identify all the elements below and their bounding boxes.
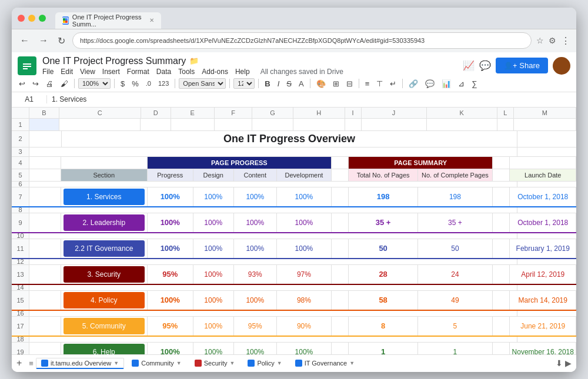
spreadsheet-content[interactable]: B C D E F G H I J K L M 1 xyxy=(12,108,576,354)
cell-c1[interactable] xyxy=(59,119,141,130)
share-button[interactable]: 👤+ Share xyxy=(496,58,548,73)
font-select[interactable]: Open Sans xyxy=(179,78,226,89)
tab-governance[interactable]: IT Governance ▼ xyxy=(290,358,360,368)
section-policy[interactable]: 4. Policy xyxy=(61,291,148,310)
cell-l7[interactable] xyxy=(493,187,510,206)
undo-button[interactable]: ↩ xyxy=(16,78,28,89)
section-leadership[interactable]: 2. Leadership xyxy=(61,213,148,232)
cell-b13[interactable] xyxy=(29,265,61,284)
cell-row18[interactable] xyxy=(29,337,517,342)
menu-file[interactable]: File xyxy=(42,68,54,76)
cell-b2[interactable] xyxy=(29,131,62,147)
strikethrough-button[interactable]: S xyxy=(284,78,294,89)
cell-b11[interactable] xyxy=(29,239,61,258)
comments-icon[interactable]: 💬 xyxy=(479,60,491,71)
fill-color-button[interactable]: 🎨 xyxy=(314,78,328,89)
cell-d1[interactable] xyxy=(141,119,171,130)
cell-i7[interactable] xyxy=(332,187,349,206)
tab-dropdown-icon-3[interactable]: ▼ xyxy=(277,360,282,366)
cell-l4[interactable] xyxy=(493,157,510,169)
tab-dropdown-icon-1[interactable]: ▼ xyxy=(176,360,182,366)
address-bar[interactable]: https://docs.google.com/spreadsheets/d/1… xyxy=(72,32,532,49)
section-security[interactable]: 3. Security xyxy=(61,265,148,284)
borders-button[interactable]: ⊞ xyxy=(330,78,342,89)
menu-view[interactable]: View xyxy=(80,68,95,76)
bookmark-icon[interactable]: ☆ xyxy=(536,36,544,45)
cell-i13[interactable] xyxy=(332,265,349,284)
paint-format-button[interactable]: 🖌 xyxy=(58,78,71,89)
refresh-button[interactable]: ↻ xyxy=(55,33,68,49)
sheets-nav-next[interactable]: ▶ xyxy=(565,358,572,368)
text-color-button[interactable]: A xyxy=(296,78,306,89)
cell-i15[interactable] xyxy=(332,291,349,310)
section-community[interactable]: 5. Community xyxy=(61,317,148,336)
tab-overview[interactable]: it.tamu.edu Overview ▼ xyxy=(36,358,124,369)
cell-b19[interactable] xyxy=(29,343,61,354)
tab-dropdown-icon-4[interactable]: ▼ xyxy=(349,360,355,366)
functions-button[interactable]: ∑ xyxy=(469,78,479,89)
print-button[interactable]: 🖨 xyxy=(44,78,56,89)
section-help[interactable]: 6. Help xyxy=(61,343,148,354)
cell-b4[interactable] xyxy=(29,157,61,169)
menu-format[interactable]: Format xyxy=(127,68,149,76)
font-size-select[interactable]: 12 xyxy=(233,78,255,89)
cell-j1[interactable] xyxy=(362,119,427,130)
cell-i11[interactable] xyxy=(332,239,349,258)
cell-row8[interactable] xyxy=(29,207,517,213)
user-avatar[interactable] xyxy=(553,57,570,75)
menu-icon[interactable]: ⋮ xyxy=(561,35,570,46)
tab-policy[interactable]: Policy ▼ xyxy=(242,358,287,368)
cell-b5[interactable] xyxy=(29,169,61,181)
cell-i19[interactable] xyxy=(332,343,349,354)
cell-row6[interactable] xyxy=(29,182,517,187)
cell-f1[interactable] xyxy=(215,119,253,130)
decimal-less-button[interactable]: 123 xyxy=(156,79,171,88)
cell-m4[interactable] xyxy=(510,157,576,169)
zoom-select[interactable]: 100% xyxy=(78,78,111,89)
bold-button[interactable]: B xyxy=(262,78,272,89)
forward-button[interactable]: → xyxy=(36,33,51,48)
cell-b7[interactable] xyxy=(29,187,61,206)
menu-insert[interactable]: Insert xyxy=(102,68,120,76)
cell-l19[interactable] xyxy=(493,343,510,354)
decimal-more-button[interactable]: .0 xyxy=(143,79,153,88)
cell-b9[interactable] xyxy=(29,213,61,232)
menu-help[interactable]: Help xyxy=(235,68,250,76)
tab-close-icon[interactable]: ✕ xyxy=(149,17,154,24)
valign-button[interactable]: ⊤ xyxy=(374,78,385,89)
cell-row16[interactable] xyxy=(29,311,517,316)
section-services[interactable]: 1. Services xyxy=(61,187,148,206)
cell-l1[interactable] xyxy=(497,119,514,130)
cell-e1[interactable] xyxy=(171,119,215,130)
align-button[interactable]: ≡ xyxy=(363,78,372,89)
cell-l15[interactable] xyxy=(493,291,510,310)
menu-data[interactable]: Data xyxy=(156,68,171,76)
browser-tab[interactable]: One IT Project Progress Summ... ✕ xyxy=(55,12,161,29)
back-button[interactable]: ← xyxy=(18,33,32,48)
cell-k1[interactable] xyxy=(427,119,497,130)
tab-community[interactable]: Community ▼ xyxy=(126,358,187,368)
cell-l9[interactable] xyxy=(493,213,510,232)
explore-icon[interactable]: 📈 xyxy=(463,60,475,71)
cell-i9[interactable] xyxy=(332,213,349,232)
minimize-button[interactable] xyxy=(28,15,35,22)
menu-tools[interactable]: Tools xyxy=(178,68,195,76)
cell-row10[interactable] xyxy=(29,233,517,239)
tab-security[interactable]: Security ▼ xyxy=(189,358,240,368)
maximize-button[interactable] xyxy=(39,15,46,22)
sheets-menu-button[interactable]: ≡ xyxy=(29,359,34,368)
cell-c4[interactable] xyxy=(61,157,148,169)
cell-l11[interactable] xyxy=(493,239,510,258)
redo-button[interactable]: ↪ xyxy=(30,78,41,89)
cell-row14[interactable] xyxy=(29,285,517,290)
chart-button[interactable]: 📊 xyxy=(439,78,453,89)
cell-row12[interactable] xyxy=(29,259,517,264)
menu-addons[interactable]: Add-ons xyxy=(202,68,228,76)
currency-button[interactable]: $ xyxy=(118,78,127,89)
add-sheet-button[interactable]: + xyxy=(16,358,22,368)
cell-l13[interactable] xyxy=(493,265,510,284)
cell-b15[interactable] xyxy=(29,291,61,310)
cell-b17[interactable] xyxy=(29,317,61,336)
cell-i17[interactable] xyxy=(332,317,349,336)
tab-dropdown-icon-0[interactable]: ▼ xyxy=(113,360,119,366)
